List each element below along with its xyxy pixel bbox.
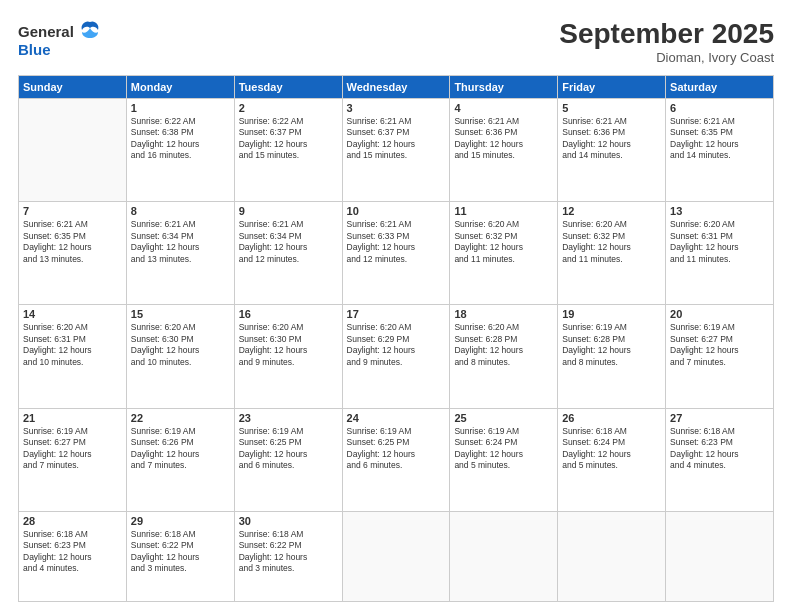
day-cell: 7Sunrise: 6:21 AMSunset: 6:35 PMDaylight… — [19, 202, 127, 305]
week-row-1: 1Sunrise: 6:22 AMSunset: 6:38 PMDaylight… — [19, 99, 774, 202]
weekday-header-saturday: Saturday — [666, 76, 774, 99]
day-info: Sunrise: 6:21 AMSunset: 6:34 PMDaylight:… — [131, 219, 230, 265]
day-info: Sunrise: 6:21 AMSunset: 6:36 PMDaylight:… — [562, 116, 661, 162]
location: Dioman, Ivory Coast — [559, 50, 774, 65]
weekday-header-friday: Friday — [558, 76, 666, 99]
weekday-header-thursday: Thursday — [450, 76, 558, 99]
day-number: 22 — [131, 412, 230, 424]
day-cell — [558, 511, 666, 601]
day-number: 19 — [562, 308, 661, 320]
week-row-3: 14Sunrise: 6:20 AMSunset: 6:31 PMDayligh… — [19, 305, 774, 408]
day-number: 18 — [454, 308, 553, 320]
day-info: Sunrise: 6:20 AMSunset: 6:32 PMDaylight:… — [562, 219, 661, 265]
day-info: Sunrise: 6:19 AMSunset: 6:27 PMDaylight:… — [670, 322, 769, 368]
day-number: 3 — [347, 102, 446, 114]
day-cell: 21Sunrise: 6:19 AMSunset: 6:27 PMDayligh… — [19, 408, 127, 511]
day-cell: 13Sunrise: 6:20 AMSunset: 6:31 PMDayligh… — [666, 202, 774, 305]
day-info: Sunrise: 6:19 AMSunset: 6:25 PMDaylight:… — [239, 426, 338, 472]
day-info: Sunrise: 6:21 AMSunset: 6:34 PMDaylight:… — [239, 219, 338, 265]
day-cell: 14Sunrise: 6:20 AMSunset: 6:31 PMDayligh… — [19, 305, 127, 408]
day-info: Sunrise: 6:19 AMSunset: 6:25 PMDaylight:… — [347, 426, 446, 472]
week-row-5: 28Sunrise: 6:18 AMSunset: 6:23 PMDayligh… — [19, 511, 774, 601]
day-info: Sunrise: 6:19 AMSunset: 6:26 PMDaylight:… — [131, 426, 230, 472]
day-number: 17 — [347, 308, 446, 320]
day-info: Sunrise: 6:20 AMSunset: 6:30 PMDaylight:… — [131, 322, 230, 368]
day-info: Sunrise: 6:22 AMSunset: 6:37 PMDaylight:… — [239, 116, 338, 162]
day-info: Sunrise: 6:21 AMSunset: 6:37 PMDaylight:… — [347, 116, 446, 162]
day-cell: 27Sunrise: 6:18 AMSunset: 6:23 PMDayligh… — [666, 408, 774, 511]
weekday-header-monday: Monday — [126, 76, 234, 99]
logo-general: General — [18, 24, 74, 41]
day-number: 11 — [454, 205, 553, 217]
day-cell: 3Sunrise: 6:21 AMSunset: 6:37 PMDaylight… — [342, 99, 450, 202]
day-info: Sunrise: 6:20 AMSunset: 6:31 PMDaylight:… — [670, 219, 769, 265]
day-number: 20 — [670, 308, 769, 320]
day-cell: 4Sunrise: 6:21 AMSunset: 6:36 PMDaylight… — [450, 99, 558, 202]
day-info: Sunrise: 6:20 AMSunset: 6:28 PMDaylight:… — [454, 322, 553, 368]
day-info: Sunrise: 6:20 AMSunset: 6:31 PMDaylight:… — [23, 322, 122, 368]
day-cell: 5Sunrise: 6:21 AMSunset: 6:36 PMDaylight… — [558, 99, 666, 202]
logo-bird-icon — [76, 18, 104, 46]
day-info: Sunrise: 6:21 AMSunset: 6:35 PMDaylight:… — [670, 116, 769, 162]
day-info: Sunrise: 6:19 AMSunset: 6:24 PMDaylight:… — [454, 426, 553, 472]
day-number: 12 — [562, 205, 661, 217]
day-cell — [666, 511, 774, 601]
day-info: Sunrise: 6:21 AMSunset: 6:35 PMDaylight:… — [23, 219, 122, 265]
day-number: 6 — [670, 102, 769, 114]
logo-blue: Blue — [18, 42, 51, 59]
day-cell: 29Sunrise: 6:18 AMSunset: 6:22 PMDayligh… — [126, 511, 234, 601]
day-number: 28 — [23, 515, 122, 527]
day-number: 4 — [454, 102, 553, 114]
day-number: 24 — [347, 412, 446, 424]
day-cell: 11Sunrise: 6:20 AMSunset: 6:32 PMDayligh… — [450, 202, 558, 305]
day-cell: 2Sunrise: 6:22 AMSunset: 6:37 PMDaylight… — [234, 99, 342, 202]
weekday-header-sunday: Sunday — [19, 76, 127, 99]
day-cell: 23Sunrise: 6:19 AMSunset: 6:25 PMDayligh… — [234, 408, 342, 511]
day-cell: 18Sunrise: 6:20 AMSunset: 6:28 PMDayligh… — [450, 305, 558, 408]
day-info: Sunrise: 6:21 AMSunset: 6:36 PMDaylight:… — [454, 116, 553, 162]
day-cell: 8Sunrise: 6:21 AMSunset: 6:34 PMDaylight… — [126, 202, 234, 305]
title-block: September 2025 Dioman, Ivory Coast — [559, 18, 774, 65]
weekday-header-wednesday: Wednesday — [342, 76, 450, 99]
day-info: Sunrise: 6:18 AMSunset: 6:23 PMDaylight:… — [23, 529, 122, 575]
day-number: 9 — [239, 205, 338, 217]
day-number: 29 — [131, 515, 230, 527]
day-cell: 30Sunrise: 6:18 AMSunset: 6:22 PMDayligh… — [234, 511, 342, 601]
day-number: 14 — [23, 308, 122, 320]
day-number: 25 — [454, 412, 553, 424]
day-number: 5 — [562, 102, 661, 114]
day-cell: 22Sunrise: 6:19 AMSunset: 6:26 PMDayligh… — [126, 408, 234, 511]
day-cell: 25Sunrise: 6:19 AMSunset: 6:24 PMDayligh… — [450, 408, 558, 511]
day-number: 1 — [131, 102, 230, 114]
day-number: 7 — [23, 205, 122, 217]
day-number: 8 — [131, 205, 230, 217]
day-info: Sunrise: 6:18 AMSunset: 6:22 PMDaylight:… — [239, 529, 338, 575]
weekday-header-row: SundayMondayTuesdayWednesdayThursdayFrid… — [19, 76, 774, 99]
day-info: Sunrise: 6:18 AMSunset: 6:22 PMDaylight:… — [131, 529, 230, 575]
day-cell: 6Sunrise: 6:21 AMSunset: 6:35 PMDaylight… — [666, 99, 774, 202]
day-info: Sunrise: 6:22 AMSunset: 6:38 PMDaylight:… — [131, 116, 230, 162]
day-cell: 15Sunrise: 6:20 AMSunset: 6:30 PMDayligh… — [126, 305, 234, 408]
day-info: Sunrise: 6:18 AMSunset: 6:24 PMDaylight:… — [562, 426, 661, 472]
day-cell: 16Sunrise: 6:20 AMSunset: 6:30 PMDayligh… — [234, 305, 342, 408]
day-cell: 24Sunrise: 6:19 AMSunset: 6:25 PMDayligh… — [342, 408, 450, 511]
day-cell — [450, 511, 558, 601]
day-info: Sunrise: 6:21 AMSunset: 6:33 PMDaylight:… — [347, 219, 446, 265]
day-info: Sunrise: 6:20 AMSunset: 6:32 PMDaylight:… — [454, 219, 553, 265]
day-info: Sunrise: 6:19 AMSunset: 6:27 PMDaylight:… — [23, 426, 122, 472]
day-cell: 19Sunrise: 6:19 AMSunset: 6:28 PMDayligh… — [558, 305, 666, 408]
day-info: Sunrise: 6:20 AMSunset: 6:29 PMDaylight:… — [347, 322, 446, 368]
day-number: 10 — [347, 205, 446, 217]
weekday-header-tuesday: Tuesday — [234, 76, 342, 99]
logo: General Blue — [18, 18, 104, 59]
day-cell: 9Sunrise: 6:21 AMSunset: 6:34 PMDaylight… — [234, 202, 342, 305]
day-cell: 17Sunrise: 6:20 AMSunset: 6:29 PMDayligh… — [342, 305, 450, 408]
header: General Blue September 2025 Dioman, Ivor… — [18, 18, 774, 65]
day-info: Sunrise: 6:20 AMSunset: 6:30 PMDaylight:… — [239, 322, 338, 368]
month-title: September 2025 — [559, 18, 774, 50]
day-cell: 28Sunrise: 6:18 AMSunset: 6:23 PMDayligh… — [19, 511, 127, 601]
day-info: Sunrise: 6:19 AMSunset: 6:28 PMDaylight:… — [562, 322, 661, 368]
day-cell: 26Sunrise: 6:18 AMSunset: 6:24 PMDayligh… — [558, 408, 666, 511]
page: General Blue September 2025 Dioman, Ivor… — [0, 0, 792, 612]
week-row-4: 21Sunrise: 6:19 AMSunset: 6:27 PMDayligh… — [19, 408, 774, 511]
